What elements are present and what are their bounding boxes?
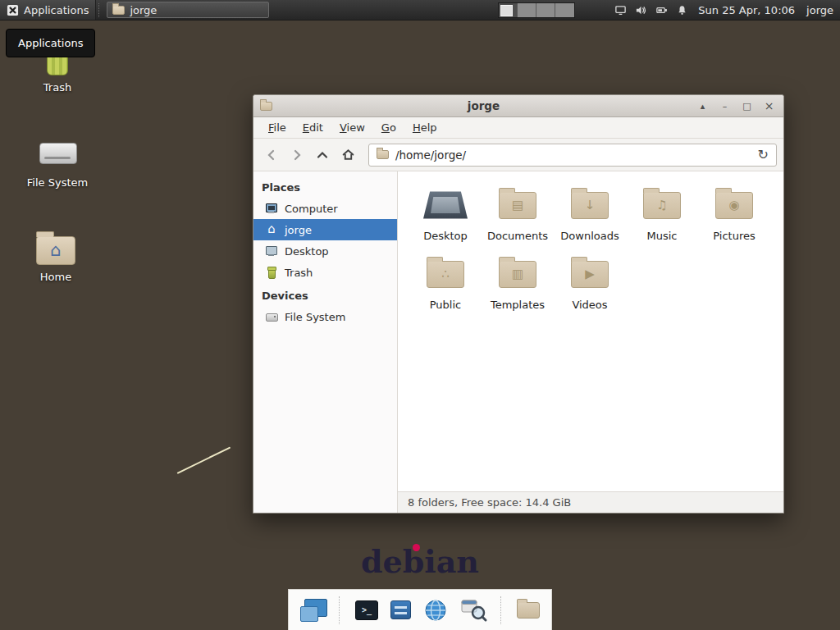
home-icon: ⌂ — [265, 223, 278, 236]
workspace-2[interactable] — [518, 3, 536, 17]
status-bar: 8 folders, Free space: 14.4 GiB — [398, 491, 783, 513]
up-button[interactable] — [311, 144, 334, 167]
sidebar-item-file-system[interactable]: File System — [253, 306, 397, 327]
sidebar-item-label: Trash — [285, 267, 313, 279]
chevron-left-icon — [265, 148, 278, 162]
folder-label: Public — [430, 299, 461, 311]
user-menu[interactable]: jorge — [806, 4, 833, 16]
close-button[interactable]: × — [761, 95, 777, 117]
downloads-folder-icon: ↓ — [571, 192, 609, 219]
trash-icon — [265, 266, 278, 279]
workspace-1[interactable] — [499, 3, 518, 17]
text-editor-icon[interactable] — [390, 600, 411, 619]
workspace-3[interactable] — [536, 3, 555, 17]
power-icon[interactable] — [655, 4, 668, 16]
back-button[interactable] — [260, 144, 283, 167]
terminal-icon[interactable] — [355, 600, 378, 620]
folder-label: Downloads — [560, 230, 619, 242]
menu-view[interactable]: View — [331, 119, 373, 136]
web-browser-icon[interactable] — [423, 598, 448, 623]
system-tray — [614, 4, 688, 16]
desktop-icon-label: Trash — [43, 81, 71, 94]
volume-icon[interactable] — [635, 4, 647, 16]
menu-edit[interactable]: Edit — [294, 119, 331, 136]
path-text: /home/jorge/ — [395, 148, 466, 162]
sidebar-header-devices: Devices — [253, 283, 397, 306]
dock-handle[interactable] — [500, 596, 504, 624]
workspace-4[interactable] — [555, 3, 574, 17]
desktop-icon — [265, 244, 278, 258]
sidebar-header-places: Places — [253, 175, 397, 198]
maximize-button[interactable]: □ — [739, 95, 755, 117]
folder-label: Templates — [491, 299, 545, 311]
sidebar-item-computer[interactable]: Computer — [253, 198, 397, 219]
drive-icon — [38, 136, 77, 171]
folder-item-desktop[interactable]: Desktop — [409, 183, 482, 242]
minimize-button[interactable]: – — [717, 95, 733, 117]
sidebar-item-trash[interactable]: Trash — [253, 262, 397, 283]
home-button[interactable] — [336, 144, 359, 167]
menu-go[interactable]: Go — [373, 119, 404, 136]
forward-button[interactable] — [285, 144, 308, 167]
applications-menu-button[interactable]: Applications — [0, 0, 96, 20]
sidebar-item-label: jorge — [285, 224, 312, 236]
panel-handle[interactable] — [98, 3, 103, 17]
taskbar-button-label: jorge — [130, 4, 157, 16]
chevron-up-icon — [316, 148, 329, 162]
home-icon — [341, 148, 355, 162]
folder-item-downloads[interactable]: ↓ Downloads — [554, 183, 626, 242]
drive-icon — [265, 310, 278, 323]
window-body: Places Computer ⌂ jorge Desktop Trash De… — [253, 171, 783, 513]
computer-icon — [265, 202, 278, 215]
chevron-right-icon — [290, 148, 304, 162]
window-icon — [260, 102, 272, 111]
desktop-icon-file-system[interactable]: File System — [20, 136, 95, 189]
panel-clock[interactable]: Sun 25 Apr, 10:06 — [698, 4, 795, 16]
folder-label: Desktop — [423, 230, 468, 242]
folder-item-documents[interactable]: ▤ Documents — [482, 183, 554, 242]
folder-label: Documents — [487, 230, 548, 242]
file-manager-icon[interactable] — [517, 602, 540, 619]
status-text: 8 folders, Free space: 14.4 GiB — [408, 496, 571, 509]
debian-wordmark: debian — [361, 543, 479, 580]
folder-item-pictures[interactable]: ◉ Pictures — [698, 183, 770, 242]
reload-button[interactable]: ↻ — [758, 148, 769, 162]
tooltip-text: Applications — [18, 37, 83, 49]
file-grid: Desktop ▤ Documents ↓ Downloads ♫ Music — [398, 171, 783, 491]
dock-handle[interactable] — [339, 596, 343, 624]
toolbar: /home/jorge/ ↻ — [253, 139, 783, 171]
folder-label: Music — [647, 230, 678, 242]
applications-menu-label: Applications — [24, 4, 89, 16]
download-emblem-icon: ↓ — [585, 199, 596, 212]
sidebar-item-jorge[interactable]: ⌂ jorge — [253, 219, 397, 240]
folder-item-public[interactable]: ∴ Public — [409, 252, 482, 311]
templates-folder-icon: ▥ — [499, 261, 536, 288]
desktop-special-icon — [423, 190, 468, 220]
home-folder-icon: ⌂ — [36, 236, 75, 265]
shade-button[interactable]: ▴ — [695, 95, 710, 117]
camera-emblem-icon: ◉ — [728, 199, 739, 212]
desktop-icon-home[interactable]: ⌂ Home — [18, 236, 94, 283]
menu-help[interactable]: Help — [404, 119, 445, 136]
window-title: jorge — [279, 99, 688, 112]
sidebar-item-label: Desktop — [285, 245, 329, 258]
path-bar[interactable]: /home/jorge/ ↻ — [368, 144, 777, 167]
public-folder-icon: ∴ — [427, 261, 464, 288]
menubar: File Edit View Go Help — [253, 117, 783, 139]
folder-item-templates[interactable]: ▥ Templates — [482, 252, 554, 311]
menu-file[interactable]: File — [260, 119, 294, 136]
display-icon[interactable] — [614, 4, 627, 16]
folder-icon — [377, 150, 389, 159]
folder-item-videos[interactable]: ▶ Videos — [554, 252, 626, 311]
desktop-icon-label: File System — [27, 176, 88, 189]
taskbar-button-jorge[interactable]: jorge — [107, 2, 269, 18]
sidebar-item-label: File System — [285, 311, 345, 323]
folder-item-music[interactable]: ♫ Music — [626, 183, 698, 242]
music-emblem-icon: ♫ — [656, 199, 667, 212]
app-finder-icon[interactable] — [460, 598, 488, 623]
desktop-icon[interactable] — [300, 599, 326, 622]
sidebar-item-desktop[interactable]: Desktop — [253, 240, 397, 262]
content-column: Desktop ▤ Documents ↓ Downloads ♫ Music — [398, 171, 783, 513]
notifications-icon[interactable] — [676, 4, 688, 16]
window-titlebar[interactable]: jorge ▴ – □ × — [253, 95, 783, 117]
